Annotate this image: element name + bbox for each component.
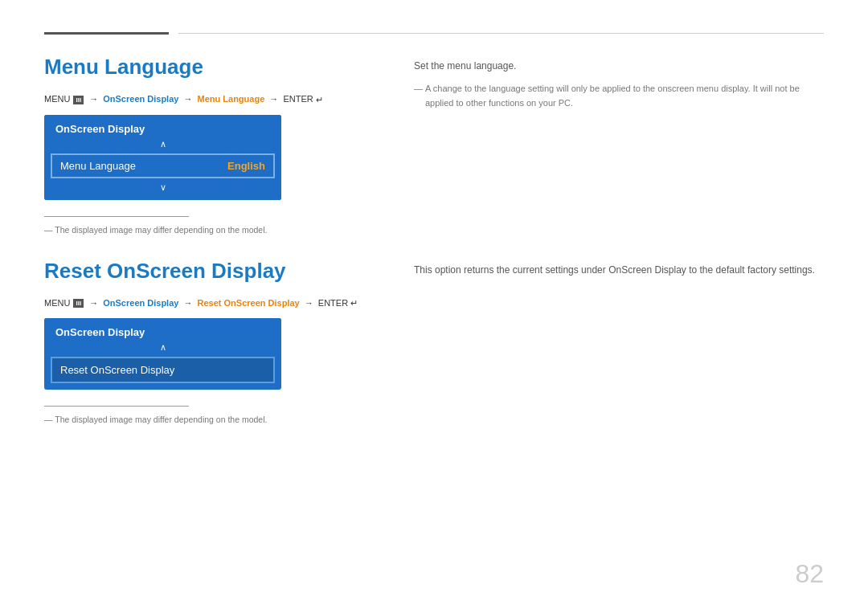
osd-menu-item-section1: Menu Language English [51,153,275,178]
right-col-section2: This option returns the current settings… [382,259,824,425]
osd-box-section1: OnScreen Display ∧ Menu Language English… [44,115,281,200]
osd-menu-item-section2: Reset OnScreen Display [51,357,275,383]
menu-suffix-s2: ENTER [318,298,348,308]
desc-part2: to the default factory settings. [686,264,815,276]
desc-highlight: OnScreen Display [608,264,686,276]
page-number: 82 [795,559,824,589]
note-text-section1: The displayed image may differ depending… [44,225,382,235]
osd-title-section2: OnScreen Display [55,326,145,338]
description-note-section1: A change to the language setting will on… [414,82,824,110]
top-divider-right [178,33,824,34]
osd-box-footer-section1: ∨ [44,178,281,200]
chevron-up-section1: ∧ [160,140,166,149]
menu-suffix: ENTER [283,94,313,104]
menu-step2-s2: Reset OnScreen Display [198,298,300,308]
osd-menu-value-section1: English [227,160,265,172]
enter-icon: ↵ [316,95,323,105]
top-dividers [44,32,824,35]
osd-menu-label-section2: Reset OnScreen Display [60,364,174,376]
description-main-section1: Set the menu language. [414,59,824,74]
menu-step1: OnScreen Display [103,94,178,104]
menu-icon: III [73,96,84,104]
enter-icon-s2: ↵ [350,298,358,309]
right-col-section1: Set the menu language. A change to the l… [382,55,824,235]
section-menu-language: Menu Language MENU III → OnScreen Displa… [44,55,824,235]
menu-prefix-s2: MENU [44,298,72,308]
menu-step1-s2: OnScreen Display [103,298,178,308]
menu-icon-s2: III [73,299,84,308]
left-col-section2: Reset OnScreen Display MENU III → OnScre… [44,259,382,425]
menu-path-section2: MENU III → OnScreen Display → Reset OnSc… [44,298,382,309]
top-divider-left [44,32,169,35]
heading-reset-osd: Reset OnScreen Display [44,259,382,284]
description-section2: This option returns the current settings… [414,263,824,278]
section-divider-2 [44,406,189,407]
desc-part1: This option returns the current settings… [414,264,608,276]
osd-box-header-section1: OnScreen Display ∧ [44,115,281,153]
chevron-down-section1: ∨ [160,183,166,192]
menu-path-section1: MENU III → OnScreen Display → Menu Langu… [44,94,382,105]
osd-title-section1: OnScreen Display [55,123,145,135]
heading-menu-language: Menu Language [44,55,382,80]
osd-box-header-section2: OnScreen Display ∧ [44,318,281,357]
menu-step2: Menu Language [198,94,265,104]
chevron-up-section2: ∧ [160,343,166,352]
osd-menu-label-section1: Menu Language [60,160,136,172]
osd-box-section2: OnScreen Display ∧ Reset OnScreen Displa… [44,318,281,390]
section-reset-osd: Reset OnScreen Display MENU III → OnScre… [44,259,824,425]
section-divider-1 [44,216,189,217]
note-text-section2: The displayed image may differ depending… [44,415,382,424]
left-col-section1: Menu Language MENU III → OnScreen Displa… [44,55,382,235]
menu-prefix: MENU [44,94,72,104]
